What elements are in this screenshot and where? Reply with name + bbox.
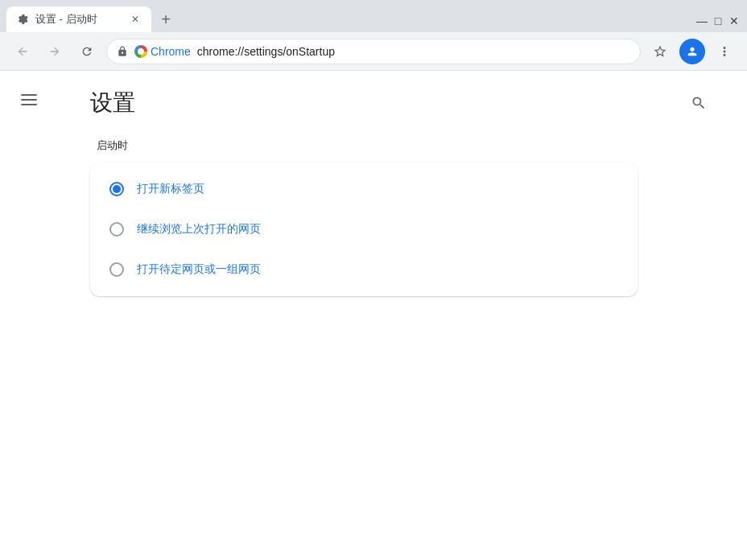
- title-group: 设置: [90, 88, 135, 118]
- tab-title: 设置 - 启动时: [35, 12, 122, 27]
- tab-close-button[interactable]: ✕: [129, 13, 142, 26]
- chrome-logo: Chrome: [134, 45, 191, 58]
- tab-bar: 设置 - 启动时 ✕ +: [6, 6, 695, 32]
- lock-icon: [117, 46, 128, 57]
- settings-search-button[interactable]: [683, 87, 715, 119]
- page-title: 设置: [90, 88, 135, 118]
- hamburger-line-2: [21, 99, 37, 101]
- option-new-tab-label: 打开新标签页: [137, 182, 204, 196]
- option-specific[interactable]: 打开待定网页或一组网页: [90, 249, 638, 290]
- options-card: 打开新标签页 继续浏览上次打开的网页 打开待定网页或一组网页: [90, 163, 638, 296]
- option-continue-label: 继续浏览上次打开的网页: [137, 222, 261, 237]
- section-title: 启动时: [90, 138, 715, 153]
- radio-continue[interactable]: [109, 222, 124, 237]
- address-bar[interactable]: Chrome chrome://settings/onStartup: [106, 39, 641, 64]
- hamburger-line-1: [21, 94, 37, 96]
- navigation-bar: Chrome chrome://settings/onStartup: [0, 32, 747, 71]
- close-window-button[interactable]: ✕: [728, 14, 741, 27]
- hamburger-button[interactable]: [13, 84, 45, 116]
- chrome-menu-button[interactable]: [712, 39, 737, 64]
- option-continue[interactable]: 继续浏览上次打开的网页: [90, 209, 638, 249]
- active-tab[interactable]: 设置 - 启动时 ✕: [6, 6, 151, 32]
- radio-specific[interactable]: [109, 262, 124, 277]
- new-tab-button[interactable]: +: [155, 8, 177, 31]
- settings-tab-icon: [16, 13, 29, 26]
- forward-button[interactable]: [42, 39, 68, 64]
- radio-new-tab[interactable]: [109, 182, 124, 196]
- address-text: chrome://settings/onStartup: [197, 45, 335, 58]
- title-bar: 设置 - 启动时 ✕ + — □ ✕: [0, 0, 747, 32]
- chrome-label: Chrome: [151, 45, 191, 58]
- settings-main: 设置 启动时 打开新标签页 继续浏览上次打开的网页: [58, 71, 747, 560]
- radio-inner-new-tab: [113, 185, 121, 193]
- option-specific-label: 打开待定网页或一组网页: [137, 262, 261, 277]
- bookmark-button[interactable]: [647, 39, 673, 64]
- back-button[interactable]: [10, 39, 35, 64]
- option-new-tab[interactable]: 打开新标签页: [90, 169, 638, 209]
- maximize-button[interactable]: □: [712, 14, 724, 27]
- chrome-circle-icon: [134, 45, 147, 58]
- content-area: 设置 启动时 打开新标签页 继续浏览上次打开的网页: [0, 71, 747, 560]
- hamburger-line-3: [21, 104, 37, 105]
- refresh-button[interactable]: [74, 39, 100, 64]
- profile-button[interactable]: [679, 39, 705, 64]
- settings-header: 设置: [90, 87, 715, 119]
- window-controls: — □ ✕: [695, 14, 741, 27]
- sidebar-toggle-area: [0, 71, 58, 560]
- minimize-button[interactable]: —: [695, 14, 708, 27]
